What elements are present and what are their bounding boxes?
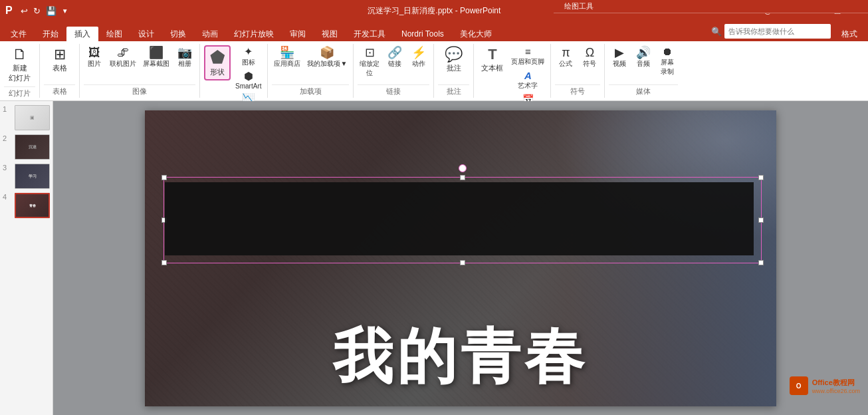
screen-record-icon: ⏺	[662, 47, 673, 57]
tab-developer[interactable]: 开发工具	[346, 27, 393, 41]
tab-format[interactable]: 格式	[833, 27, 865, 41]
quick-access-toolbar: ↩ ↻ 💾 ▼	[19, 5, 70, 17]
btn-textbox[interactable]: T 文本框	[478, 45, 506, 75]
tab-animation[interactable]: 动画	[194, 27, 226, 41]
slide-thumb-4[interactable]: 4 青春	[3, 193, 50, 218]
zoom-icon: ⊡	[365, 47, 375, 59]
tab-insert[interactable]: 插入	[66, 27, 98, 41]
btn-screenshot[interactable]: ⬛ 屏幕截图	[141, 45, 171, 70]
slide-thumb-1[interactable]: 1 ▣	[3, 105, 50, 130]
group-addins: 🏪 应用商店 📦 我的加载项▼ 加载项	[268, 44, 354, 98]
redo-icon[interactable]: ↻	[32, 5, 42, 17]
group-media: ▶ 视频 🔊 音频 ⏺ 屏幕录制 媒体	[605, 44, 682, 98]
link-icon: 🔗	[387, 47, 402, 59]
my-addins-icon: 📦	[320, 47, 334, 59]
handle-bottom-center[interactable]	[460, 260, 465, 265]
table-icon: ⊞	[54, 47, 66, 62]
customize-icon[interactable]: ▼	[60, 6, 70, 16]
screenshot-icon: ⬛	[149, 47, 163, 59]
btn-action[interactable]: ⚡ 动作	[408, 45, 429, 70]
handle-bottom-left[interactable]	[162, 260, 167, 265]
group-symbols-label: 符号	[555, 84, 600, 98]
group-table-label: 表格	[44, 84, 75, 98]
group-comments-label: 批注	[438, 84, 469, 98]
btn-equation[interactable]: π 公式	[555, 45, 576, 70]
btn-header-footer[interactable]: ≡ 页眉和页脚	[509, 45, 546, 68]
handle-top-left[interactable]	[162, 175, 167, 180]
btn-shape[interactable]: ⬟ 形状	[204, 45, 231, 80]
undo-icon[interactable]: ↩	[19, 5, 29, 17]
tab-view[interactable]: 视图	[314, 27, 346, 41]
ribbon-content: 🗋 新建幻灯片 幻灯片 ⊞ 表格 表格 🖼 图片 🖇 联机图片	[0, 41, 868, 101]
watermark-text: Office教程网 www.office26.com	[812, 378, 860, 394]
btn-screen-record[interactable]: ⏺ 屏幕录制	[657, 45, 678, 78]
comment-icon: 💬	[445, 47, 463, 62]
btn-icons[interactable]: ✦ 图标	[233, 45, 263, 69]
btn-zoom[interactable]: ⊡ 缩放定位	[358, 45, 381, 79]
group-comments-buttons: 💬 批注	[441, 44, 467, 84]
black-rectangle[interactable]	[165, 182, 754, 255]
btn-video[interactable]: ▶ 视频	[609, 45, 630, 70]
handle-bottom-right[interactable]	[758, 260, 764, 265]
new-slide-icon: 🗋	[13, 47, 27, 62]
group-slides-label: 幻灯片	[4, 86, 35, 100]
office-logo: O	[790, 376, 808, 395]
tab-slideshow[interactable]: 幻灯片放映	[226, 27, 282, 41]
btn-new-slide[interactable]: 🗋 新建幻灯片	[5, 45, 34, 85]
slide-thumb-3[interactable]: 3 学习	[3, 164, 50, 189]
tab-review[interactable]: 审阅	[282, 27, 314, 41]
shape-icon: ⬟	[210, 49, 225, 66]
wordart-icon: A	[524, 70, 532, 80]
group-illustration: ⬟ 形状 ✦ 图标 ⬢ SmartArt 📉 图表 插图	[200, 44, 268, 98]
group-links: ⊡ 缩放定位 🔗 链接 ⚡ 动作 链接	[354, 44, 434, 98]
btn-symbol[interactable]: Ω 符号	[579, 45, 600, 70]
group-links-label: 链接	[358, 84, 429, 98]
btn-appstore[interactable]: 🏪 应用商店	[272, 45, 302, 70]
search-input[interactable]	[724, 24, 831, 39]
group-table: ⊞ 表格 表格	[40, 44, 80, 98]
slide-num-3: 3	[3, 164, 12, 172]
search-area: 🔍	[711, 24, 831, 41]
btn-picture[interactable]: 🖼 图片	[84, 45, 105, 70]
slide-canvas: 我的青春	[145, 110, 776, 406]
group-image-buttons: 🖼 图片 🖇 联机图片 ⬛ 屏幕截图 📷 相册	[84, 44, 195, 84]
btn-album[interactable]: 📷 相册	[174, 45, 195, 70]
btn-wordart[interactable]: A 艺术字	[509, 69, 546, 92]
online-picture-icon: 🖇	[117, 47, 129, 59]
tab-home[interactable]: 开始	[35, 27, 66, 41]
main-slide-text: 我的青春	[145, 327, 776, 386]
ribbon-tabs: 文件 开始 插入 绘图 设计 切换 动画 幻灯片放映 审阅 视图 开发工具 No…	[0, 21, 868, 41]
handle-top-center[interactable]	[460, 175, 465, 180]
canvas-area[interactable]: 我的青春	[53, 101, 868, 415]
group-symbols-buttons: π 公式 Ω 符号	[555, 44, 600, 84]
tab-file[interactable]: 文件	[3, 27, 35, 41]
equation-icon: π	[562, 47, 570, 59]
rotate-handle[interactable]	[459, 164, 467, 172]
slide-num-4: 4	[3, 193, 12, 201]
btn-my-addins[interactable]: 📦 我的加载项▼	[305, 45, 349, 70]
tab-draw[interactable]: 绘图	[98, 27, 130, 41]
handle-middle-right[interactable]	[758, 217, 764, 223]
group-slides-buttons: 🗋 新建幻灯片	[5, 44, 34, 86]
save-icon[interactable]: 💾	[45, 5, 58, 17]
tab-nordri[interactable]: Nordri Tools	[393, 27, 452, 41]
btn-online-picture[interactable]: 🖇 联机图片	[108, 45, 138, 70]
title-bar-left: P ↩ ↻ 💾 ▼	[5, 5, 70, 17]
smartart-icon: ⬢	[244, 71, 253, 82]
btn-smartart[interactable]: ⬢ SmartArt	[233, 70, 263, 91]
slide-img-4: 青春	[15, 193, 50, 218]
app-logo: P	[5, 5, 13, 17]
handle-top-right[interactable]	[758, 175, 764, 180]
btn-audio[interactable]: 🔊 音频	[633, 45, 654, 70]
action-icon: ⚡	[411, 47, 426, 59]
btn-table[interactable]: ⊞ 表格	[47, 45, 73, 75]
tab-beautify[interactable]: 美化大师	[452, 27, 500, 41]
slide-thumb-2[interactable]: 2 沉迷	[3, 134, 50, 160]
tab-design[interactable]: 设计	[130, 27, 162, 41]
btn-comment[interactable]: 💬 批注	[441, 45, 467, 75]
tab-transitions[interactable]: 切换	[162, 27, 194, 41]
album-icon: 📷	[177, 47, 192, 59]
search-icon: 🔍	[711, 27, 722, 37]
btn-link[interactable]: 🔗 链接	[384, 45, 405, 70]
icons-icon: ✦	[244, 47, 253, 57]
